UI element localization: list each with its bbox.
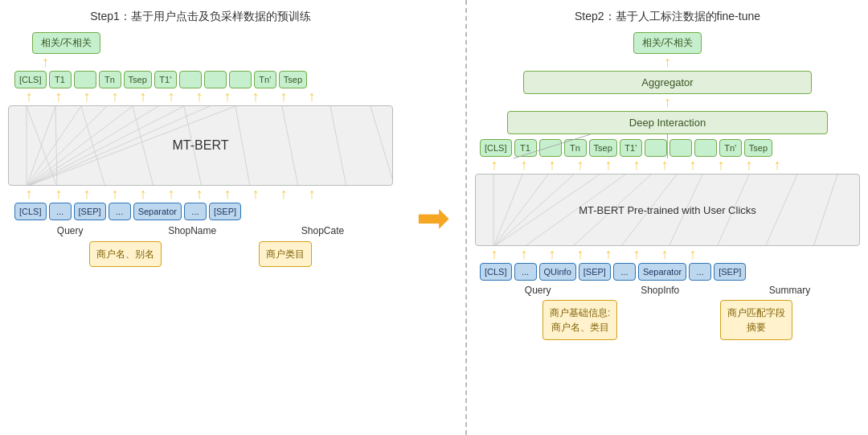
tok-blank1 <box>74 71 96 88</box>
step2-content: 相关/不相关 ↑ Aggregator ↑ Deep Interaction <box>467 32 868 342</box>
da4: ↑ <box>102 187 128 201</box>
step2-label-query: Query <box>525 285 551 296</box>
step2-note2: 商户匹配字段 摘要 <box>720 300 792 340</box>
s2-ua10: ↑ <box>736 158 762 172</box>
diagram-container: Step1：基于用户点击及负采样数据的预训练 相关/不相关 ↑ [CLS] T1… <box>0 0 868 435</box>
s2-ua2: ↑ <box>511 158 537 172</box>
in-sep2: [SEP] <box>209 203 241 220</box>
s2-ua6: ↑ <box>624 158 649 172</box>
step1-label-query: Query <box>57 225 84 236</box>
svg-line-5 <box>27 106 158 185</box>
s2-da1: ↑ <box>480 247 509 261</box>
tok-tnp: Tn' <box>254 71 276 88</box>
s2-in-dot3: ... <box>689 263 711 281</box>
da1: ↑ <box>14 187 43 201</box>
s2-in-cls: [CLS] <box>480 263 512 281</box>
step1-token-input-row: [CLS] ... [SEP] ... Separator ... [SEP] <box>8 203 393 220</box>
step2-token-input-row: [CLS] ... QUinfo [SEP] ... Separator ...… <box>475 263 860 281</box>
s2-da8: ↑ <box>680 247 706 261</box>
svg-line-31 <box>813 174 837 245</box>
s2-ua8: ↑ <box>680 158 706 172</box>
svg-line-30 <box>765 174 797 245</box>
step2-arrow-to-output: ↑ <box>664 55 671 69</box>
svg-line-2 <box>27 106 81 185</box>
s2-da2: ↑ <box>511 247 537 261</box>
tok-tsep2: Tsep <box>279 71 307 88</box>
deep-interaction-lines-svg <box>475 134 860 158</box>
ua11: ↑ <box>299 89 325 104</box>
tok-tsep: Tsep <box>124 71 152 88</box>
da7: ↑ <box>186 187 212 201</box>
svg-line-6 <box>27 106 184 185</box>
svg-line-15 <box>282 106 298 185</box>
s2-da6: ↑ <box>624 247 649 261</box>
svg-line-11 <box>81 106 105 185</box>
step2-arrow-to-aggregator: ↑ <box>664 95 671 109</box>
s2-ua1: ↑ <box>480 158 509 172</box>
step2-aggregator: Aggregator <box>523 71 812 94</box>
s2-in-dot1: ... <box>514 263 537 281</box>
tok-t1p: T1' <box>154 71 177 88</box>
svg-line-21 <box>493 174 522 245</box>
ua5: ↑ <box>130 89 156 104</box>
tok-blank3 <box>204 71 227 88</box>
svg-line-3 <box>27 106 107 185</box>
step1-arrow-to-output: ↑ <box>42 55 49 69</box>
ua7: ↑ <box>186 89 212 104</box>
s2-ua9: ↑ <box>708 158 734 172</box>
s2-da7: ↑ <box>652 247 678 261</box>
tok-blank2 <box>179 71 202 88</box>
ua10: ↑ <box>271 89 297 104</box>
s2-in-quinfo: QUinfo <box>539 263 576 281</box>
step2-label-shopinfo: ShopInfo <box>641 285 679 296</box>
step2-deep-interaction: Deep Interaction <box>507 111 828 134</box>
in-dot2: ... <box>108 203 131 220</box>
da2: ↑ <box>46 187 72 201</box>
da9: ↑ <box>243 187 268 201</box>
ua8: ↑ <box>215 89 240 104</box>
step1-bert-label: MT-BERT <box>173 138 229 153</box>
ua6: ↑ <box>158 89 184 104</box>
tok-tn: Tn <box>99 71 121 88</box>
s2-ua4: ↑ <box>567 158 593 172</box>
step2-bert-label: MT-BERT Pre-trained with User Clicks <box>579 204 756 216</box>
svg-line-4 <box>27 106 133 185</box>
step1-title: Step1：基于用户点击及负采样数据的预训练 <box>0 0 401 29</box>
step-connector: ➡ <box>401 0 465 435</box>
s2-da3: ↑ <box>539 247 565 261</box>
ua3: ↑ <box>74 89 100 104</box>
da6: ↑ <box>158 187 184 201</box>
da3: ↑ <box>74 187 100 201</box>
s2-ua11: ↑ <box>764 158 790 172</box>
ua1: ↑ <box>14 89 43 104</box>
s2-da4: ↑ <box>567 247 593 261</box>
step1-label-shopcate: ShopCate <box>301 225 344 236</box>
svg-line-22 <box>493 174 548 245</box>
step2-output-label: 相关/不相关 <box>633 32 702 54</box>
svg-line-17 <box>371 106 392 185</box>
svg-line-12 <box>133 106 154 185</box>
step2-note1: 商户基础信息: 商户名、类目 <box>542 300 617 340</box>
in-dot1: ... <box>49 203 72 220</box>
step1-label-shopname: ShopName <box>168 225 216 236</box>
in-sep1: [SEP] <box>74 203 106 220</box>
step1-note2: 商户类目 <box>259 241 312 267</box>
in-dot3: ... <box>184 203 207 220</box>
step2-label-summary: Summary <box>769 285 810 296</box>
svg-line-23 <box>493 174 574 245</box>
ua2: ↑ <box>46 89 72 104</box>
in-separator: Separator <box>133 203 182 220</box>
step1-panel: Step1：基于用户点击及负采样数据的预训练 相关/不相关 ↑ [CLS] T1… <box>0 0 401 435</box>
step1-bert-box: MT-BERT <box>8 105 393 186</box>
tok-cls: [CLS] <box>14 71 47 88</box>
s2-ua5: ↑ <box>596 158 621 172</box>
da8: ↑ <box>215 187 240 201</box>
step2-bert-box: MT-BERT Pre-trained with User Clicks <box>475 174 860 246</box>
s2-in-separator: Separator <box>638 263 686 281</box>
ua9: ↑ <box>243 89 268 104</box>
da11: ↑ <box>299 187 325 201</box>
step2-title: Step2：基于人工标注数据的fine-tune <box>467 0 868 29</box>
svg-line-16 <box>330 106 346 185</box>
in-cls: [CLS] <box>14 203 47 220</box>
step1-content: 相关/不相关 ↑ [CLS] T1 Tn Tsep T1' Tn' Tsep <box>0 32 401 269</box>
